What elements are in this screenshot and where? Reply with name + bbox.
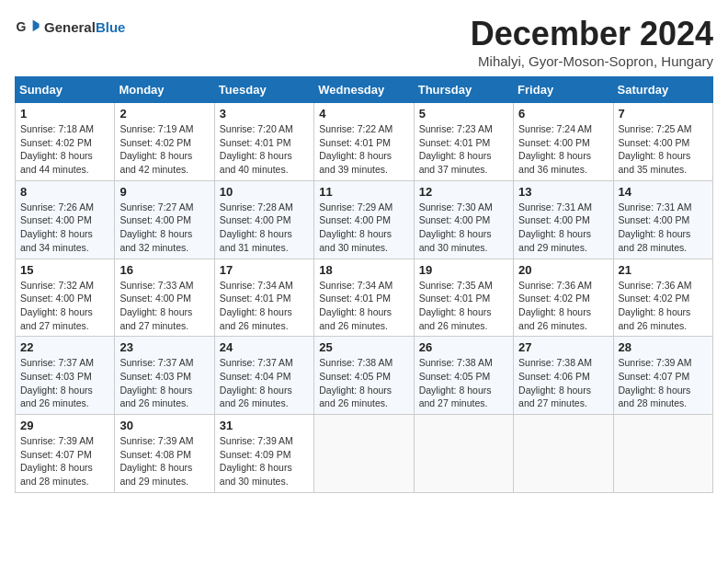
day-number: 17 [220, 263, 309, 277]
page-header: G GeneralBlue December 2024 Mihalyi, Gyo… [15, 15, 713, 69]
calendar-cell: 3 Sunrise: 7:20 AM Sunset: 4:01 PM Dayli… [214, 103, 313, 181]
daylight-label: Daylight: 8 hours and 26 minutes. [220, 385, 292, 409]
sunrise-label: Sunrise: 7:33 AM [119, 280, 193, 291]
day-number: 25 [319, 340, 408, 354]
daylight-label: Daylight: 8 hours and 36 minutes. [518, 150, 591, 175]
day-number: 23 [119, 340, 209, 354]
day-info: Sunrise: 7:22 AM Sunset: 4:01 PM Dayligh… [319, 122, 408, 177]
calendar-cell: 16 Sunrise: 7:33 AM Sunset: 4:00 PM Dayl… [115, 259, 214, 337]
daylight-label: Daylight: 8 hours and 28 minutes. [619, 385, 691, 409]
daylight-label: Daylight: 8 hours and 26 minutes. [319, 385, 392, 409]
daylight-label: Daylight: 8 hours and 30 minutes. [419, 228, 492, 253]
location-title: Mihalyi, Gyor-Moson-Sopron, Hungary [471, 53, 713, 69]
day-info: Sunrise: 7:37 AM Sunset: 4:03 PM Dayligh… [119, 356, 209, 410]
calendar-cell: 30 Sunrise: 7:39 AM Sunset: 4:08 PM Dayl… [115, 415, 214, 493]
sunrise-label: Sunrise: 7:39 AM [119, 435, 193, 446]
day-number: 15 [20, 263, 109, 277]
sunrise-label: Sunrise: 7:25 AM [619, 123, 692, 134]
calendar-cell: 10 Sunrise: 7:28 AM Sunset: 4:00 PM Dayl… [214, 180, 313, 259]
day-info: Sunrise: 7:23 AM Sunset: 4:01 PM Dayligh… [419, 122, 508, 177]
daylight-label: Daylight: 8 hours and 42 minutes. [119, 150, 192, 175]
day-number: 22 [20, 340, 109, 354]
sunrise-label: Sunrise: 7:34 AM [220, 280, 293, 291]
sunrise-label: Sunrise: 7:38 AM [518, 357, 592, 368]
day-info: Sunrise: 7:39 AM Sunset: 4:09 PM Dayligh… [220, 434, 309, 488]
calendar-cell: 12 Sunrise: 7:30 AM Sunset: 4:00 PM Dayl… [414, 180, 513, 259]
calendar-cell [414, 415, 513, 493]
day-number: 14 [619, 185, 708, 199]
sunset-label: Sunset: 4:01 PM [220, 293, 291, 304]
col-monday: Monday [115, 77, 214, 103]
day-number: 27 [518, 340, 608, 354]
day-number: 4 [319, 107, 408, 121]
day-info: Sunrise: 7:38 AM Sunset: 4:05 PM Dayligh… [319, 356, 408, 410]
day-info: Sunrise: 7:38 AM Sunset: 4:06 PM Dayligh… [518, 356, 608, 410]
calendar-cell: 27 Sunrise: 7:38 AM Sunset: 4:06 PM Dayl… [514, 337, 613, 415]
day-number: 3 [220, 107, 309, 121]
daylight-label: Daylight: 8 hours and 30 minutes. [220, 462, 292, 487]
sunset-label: Sunset: 4:09 PM [220, 449, 291, 460]
daylight-label: Daylight: 8 hours and 26 minutes. [518, 306, 591, 331]
daylight-label: Daylight: 8 hours and 32 minutes. [119, 228, 192, 253]
day-info: Sunrise: 7:31 AM Sunset: 4:00 PM Dayligh… [619, 201, 708, 255]
daylight-label: Daylight: 8 hours and 29 minutes. [518, 228, 591, 253]
calendar-cell: 29 Sunrise: 7:39 AM Sunset: 4:07 PM Dayl… [16, 415, 115, 493]
daylight-label: Daylight: 8 hours and 37 minutes. [419, 150, 492, 175]
sunset-label: Sunset: 4:08 PM [119, 449, 191, 460]
sunrise-label: Sunrise: 7:23 AM [419, 123, 493, 134]
day-number: 21 [619, 263, 708, 277]
sunset-label: Sunset: 4:01 PM [319, 293, 391, 304]
day-number: 20 [518, 263, 608, 277]
sunset-label: Sunset: 4:02 PM [619, 293, 690, 304]
calendar-cell: 13 Sunrise: 7:31 AM Sunset: 4:00 PM Dayl… [514, 180, 613, 259]
daylight-label: Daylight: 8 hours and 26 minutes. [220, 306, 292, 331]
sunset-label: Sunset: 4:00 PM [619, 137, 690, 148]
day-info: Sunrise: 7:38 AM Sunset: 4:05 PM Dayligh… [419, 356, 508, 410]
calendar-cell: 31 Sunrise: 7:39 AM Sunset: 4:09 PM Dayl… [214, 415, 313, 493]
col-friday: Friday [514, 77, 613, 103]
calendar-cell: 15 Sunrise: 7:32 AM Sunset: 4:00 PM Dayl… [16, 259, 115, 337]
day-number: 9 [119, 185, 209, 199]
sunset-label: Sunset: 4:00 PM [119, 293, 191, 304]
day-number: 19 [419, 263, 508, 277]
daylight-label: Daylight: 8 hours and 28 minutes. [20, 462, 93, 487]
calendar-cell: 24 Sunrise: 7:37 AM Sunset: 4:04 PM Dayl… [214, 337, 313, 415]
sunset-label: Sunset: 4:01 PM [419, 293, 491, 304]
calendar-table: Sunday Monday Tuesday Wednesday Thursday… [15, 76, 713, 493]
day-number: 18 [319, 263, 408, 277]
calendar-cell: 17 Sunrise: 7:34 AM Sunset: 4:01 PM Dayl… [214, 259, 313, 337]
day-number: 2 [119, 107, 209, 121]
daylight-label: Daylight: 8 hours and 28 minutes. [619, 228, 691, 253]
day-number: 11 [319, 185, 408, 199]
sunrise-label: Sunrise: 7:37 AM [20, 357, 94, 368]
day-number: 31 [220, 419, 309, 432]
day-number: 5 [419, 107, 508, 121]
sunset-label: Sunset: 4:01 PM [419, 137, 491, 148]
day-info: Sunrise: 7:39 AM Sunset: 4:08 PM Dayligh… [119, 434, 209, 488]
sunrise-label: Sunrise: 7:37 AM [119, 357, 193, 368]
day-number: 30 [119, 419, 209, 432]
day-number: 10 [220, 185, 309, 199]
calendar-cell: 5 Sunrise: 7:23 AM Sunset: 4:01 PM Dayli… [414, 103, 513, 181]
sunrise-label: Sunrise: 7:19 AM [119, 123, 193, 134]
day-number: 24 [220, 340, 309, 354]
daylight-label: Daylight: 8 hours and 39 minutes. [319, 150, 392, 175]
day-info: Sunrise: 7:18 AM Sunset: 4:02 PM Dayligh… [20, 122, 109, 177]
sunrise-label: Sunrise: 7:22 AM [319, 123, 392, 134]
sunrise-label: Sunrise: 7:27 AM [119, 201, 193, 213]
daylight-label: Daylight: 8 hours and 30 minutes. [319, 228, 392, 253]
calendar-row: 22 Sunrise: 7:37 AM Sunset: 4:03 PM Dayl… [16, 337, 713, 415]
daylight-label: Daylight: 8 hours and 26 minutes. [419, 306, 492, 331]
day-number: 12 [419, 185, 508, 199]
daylight-label: Daylight: 8 hours and 27 minutes. [518, 385, 591, 409]
sunset-label: Sunset: 4:07 PM [619, 371, 690, 382]
calendar-cell: 25 Sunrise: 7:38 AM Sunset: 4:05 PM Dayl… [314, 337, 414, 415]
sunrise-label: Sunrise: 7:28 AM [220, 201, 293, 213]
day-info: Sunrise: 7:32 AM Sunset: 4:00 PM Dayligh… [20, 279, 109, 333]
day-number: 26 [419, 340, 508, 354]
calendar-cell: 4 Sunrise: 7:22 AM Sunset: 4:01 PM Dayli… [314, 103, 414, 181]
calendar-cell: 1 Sunrise: 7:18 AM Sunset: 4:02 PM Dayli… [16, 103, 115, 181]
svg-marker-1 [33, 20, 40, 32]
daylight-label: Daylight: 8 hours and 26 minutes. [319, 306, 392, 331]
daylight-label: Daylight: 8 hours and 27 minutes. [419, 385, 492, 409]
